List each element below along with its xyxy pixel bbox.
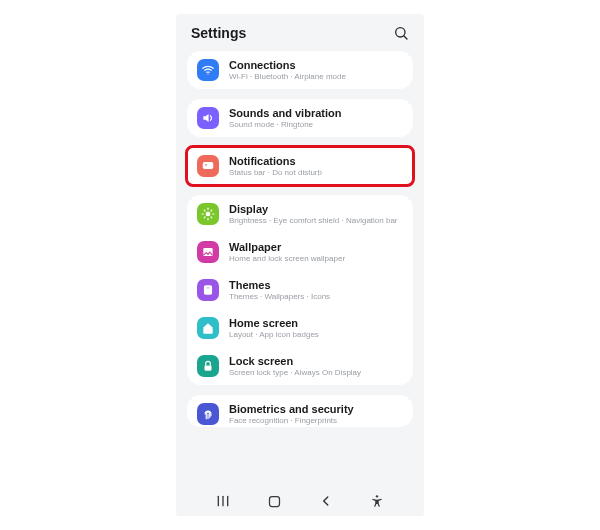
settings-item-title: Biometrics and security [229,403,354,416]
settings-item-text: Sounds and vibrationSound mode · Rington… [229,107,341,129]
app-header: Settings [177,15,423,51]
svg-line-12 [204,217,205,218]
settings-item-text: ConnectionsWi-Fi · Bluetooth · Airplane … [229,59,346,81]
image-icon [197,241,219,263]
recents-button[interactable] [209,487,237,515]
volume-icon [197,107,219,129]
settings-item-text: NotificationsStatus bar · Do not disturb [229,155,322,177]
fingerprint-icon [197,403,219,425]
back-button[interactable] [312,487,340,515]
settings-item-subtitle: Themes · Wallpapers · Icons [229,292,330,301]
settings-item-title: Lock screen [229,355,361,368]
settings-item-title: Connections [229,59,346,72]
settings-item-text: Lock screenScreen lock type · Always On … [229,355,361,377]
settings-item-sounds[interactable]: Sounds and vibrationSound mode · Rington… [187,99,413,137]
svg-rect-4 [205,164,208,166]
settings-group: Biometrics and securityFace recognition … [187,395,413,427]
navigation-bar [177,487,423,515]
settings-item-title: Display [229,203,398,216]
settings-item-title: Sounds and vibration [229,107,341,120]
settings-item-subtitle: Home and lock screen wallpaper [229,254,345,263]
settings-item-title: Themes [229,279,330,292]
svg-point-15 [205,250,207,252]
settings-item-title: Wallpaper [229,241,345,254]
settings-item-text: Home screenLayout · App icon badges [229,317,319,339]
page-title: Settings [191,25,246,41]
search-icon[interactable] [393,25,409,41]
settings-item-display[interactable]: DisplayBrightness · Eye comfort shield ·… [187,195,413,233]
svg-line-13 [211,210,212,211]
lock-icon [197,355,219,377]
settings-item-text: WallpaperHome and lock screen wallpaper [229,241,345,263]
settings-item-text: ThemesThemes · Wallpapers · Icons [229,279,330,301]
svg-rect-17 [206,287,211,289]
settings-group: DisplayBrightness · Eye comfort shield ·… [187,195,413,385]
svg-point-23 [376,495,378,497]
settings-item-title: Home screen [229,317,319,330]
settings-item-subtitle: Wi-Fi · Bluetooth · Airplane mode [229,72,346,81]
settings-item-homescreen[interactable]: Home screenLayout · App icon badges [187,309,413,347]
stage: Settings ConnectionsWi-Fi · Bluetooth · … [0,0,600,530]
settings-item-subtitle: Screen lock type · Always On Display [229,368,361,377]
settings-item-subtitle: Layout · App icon badges [229,330,319,339]
settings-item-themes[interactable]: ThemesThemes · Wallpapers · Icons [187,271,413,309]
home-icon [197,317,219,339]
settings-item-subtitle: Face recognition · Fingerprints [229,416,354,425]
bell-icon [197,155,219,177]
settings-item-subtitle: Brightness · Eye comfort shield · Naviga… [229,216,398,225]
sun-icon [197,203,219,225]
home-button[interactable] [260,487,288,515]
svg-rect-22 [269,496,279,506]
settings-item-lockscreen[interactable]: Lock screenScreen lock type · Always On … [187,347,413,385]
settings-item-biometrics[interactable]: Biometrics and securityFace recognition … [187,395,413,427]
svg-point-5 [206,212,211,217]
settings-item-title: Notifications [229,155,322,168]
settings-item-notifications[interactable]: NotificationsStatus bar · Do not disturb [187,147,413,185]
svg-rect-18 [205,365,212,370]
accessibility-button[interactable] [363,487,391,515]
svg-line-11 [211,217,212,218]
svg-line-10 [204,210,205,211]
svg-point-2 [207,74,208,75]
palette-icon [197,279,219,301]
settings-item-wallpaper[interactable]: WallpaperHome and lock screen wallpaper [187,233,413,271]
settings-item-connections[interactable]: ConnectionsWi-Fi · Bluetooth · Airplane … [187,51,413,89]
settings-item-subtitle: Status bar · Do not disturb [229,168,322,177]
wifi-icon [197,59,219,81]
settings-group: NotificationsStatus bar · Do not disturb [187,147,413,185]
settings-group: ConnectionsWi-Fi · Bluetooth · Airplane … [187,51,413,89]
settings-group: Sounds and vibrationSound mode · Rington… [187,99,413,137]
phone-frame: Settings ConnectionsWi-Fi · Bluetooth · … [177,15,423,515]
settings-item-text: Biometrics and securityFace recognition … [229,403,354,425]
settings-item-text: DisplayBrightness · Eye comfort shield ·… [229,203,398,225]
settings-list: ConnectionsWi-Fi · Bluetooth · Airplane … [177,51,423,515]
settings-item-subtitle: Sound mode · Ringtone [229,120,341,129]
svg-line-1 [404,36,407,39]
